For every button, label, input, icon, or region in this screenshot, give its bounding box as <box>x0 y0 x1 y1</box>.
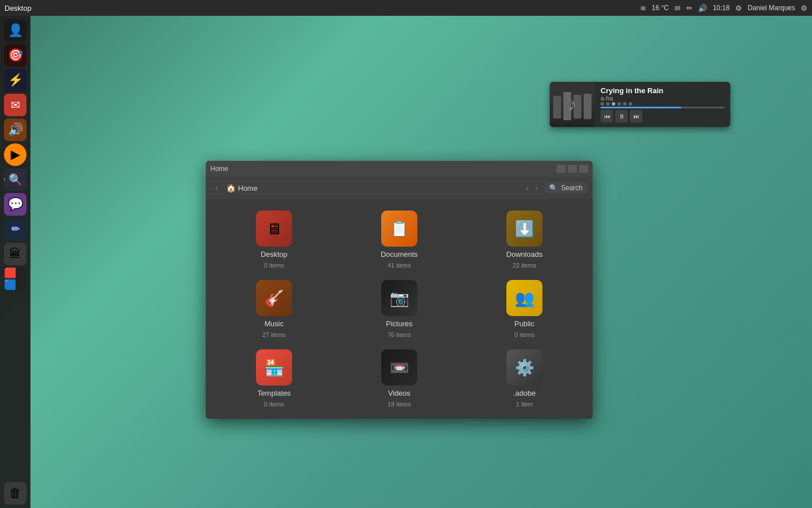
back-button[interactable]: ‹ <box>210 182 223 194</box>
breadcrumb: 🏠 Home <box>226 183 520 192</box>
dot-6 <box>629 102 632 106</box>
file-grid: Desktop 0 items Documents 41 items Downl… <box>206 199 593 419</box>
folder-name-videos: Videos <box>388 389 411 397</box>
desktop-panel-label: Desktop <box>5 4 32 12</box>
dot-1 <box>601 102 604 106</box>
top-panel: Desktop ≋ 16 °C ✉ ✏ 🔊 10:18 ⚙ Daniel Mar… <box>0 0 812 16</box>
folder-count-desktop: 0 items <box>264 262 284 269</box>
search-icon: 🔍 <box>549 184 558 192</box>
folder-documents[interactable]: Documents 41 items <box>342 211 456 269</box>
folder-name-adobe: .adobe <box>513 389 536 397</box>
dot-3 <box>612 102 615 106</box>
music-player-widget: Crying in the Rain a-ha ⏮ ⏸ ⏭ <box>550 82 730 127</box>
folder-name-pictures: Pictures <box>386 319 413 328</box>
song-artist: a-ha <box>601 95 725 102</box>
progress-fill <box>601 107 681 108</box>
folder-icon-adobe <box>506 349 542 386</box>
folder-icon-videos <box>381 349 417 386</box>
dock-item-ts[interactable]: ✏ <box>4 218 27 240</box>
folder-name-downloads: Downloads <box>506 250 542 259</box>
pause-button[interactable]: ⏸ <box>615 110 628 122</box>
folder-name-public: Public <box>514 319 534 328</box>
folder-name-desktop: Desktop <box>261 250 288 259</box>
home-icon: 🏠 <box>226 183 236 192</box>
folder-icon-desktop <box>256 211 292 247</box>
folder-name-music: Music <box>264 319 284 328</box>
dock-item-purple[interactable]: 💬 <box>4 193 27 216</box>
mail-icon: ✉ <box>674 4 681 12</box>
toolbar: ‹ 🏠 Home ‹ › 🔍 Search <box>206 177 593 199</box>
clock: 10:18 <box>713 4 730 12</box>
folder-name-templates: Templates <box>257 389 290 397</box>
nav-forward-arrow[interactable]: › <box>533 182 540 194</box>
folder-count-pictures: 76 items <box>387 331 411 338</box>
dock-item-gmail[interactable]: ✉ <box>4 94 27 116</box>
dock-item-speaker[interactable]: 🔊 <box>4 119 27 141</box>
dock-item-silhouette[interactable]: 👤 <box>4 19 27 42</box>
volume-icon: 🔊 <box>698 4 707 12</box>
folder-icon-templates <box>256 349 292 386</box>
dock-item-bank[interactable]: 🏛 <box>4 243 27 265</box>
dock-item-lightning[interactable]: ⚡ <box>4 69 27 91</box>
folder-name-documents: Documents <box>381 250 418 259</box>
dock-item-search[interactable]: 🔍 <box>4 168 27 191</box>
folder-desktop[interactable]: Desktop 0 items <box>217 211 331 269</box>
dock-item-red[interactable]: 🎯 <box>4 44 27 67</box>
folder-count-videos: 19 items <box>387 401 411 408</box>
window-title: Home <box>210 165 228 173</box>
dock-item-vlc[interactable]: ▶ <box>4 143 27 166</box>
dock-item-trash[interactable]: 🗑 <box>4 482 27 505</box>
folder-count-downloads: 22 items <box>513 262 536 269</box>
panel-left: Desktop <box>5 4 32 12</box>
album-art <box>550 82 595 127</box>
titlebar: Home <box>206 161 593 177</box>
folder-adobe[interactable]: .adobe 1 item <box>467 349 581 408</box>
song-title: Crying in the Rain <box>601 86 725 95</box>
folder-public[interactable]: Public 0 items <box>467 280 581 338</box>
temperature: 16 °C <box>652 4 669 12</box>
nav-buttons: ‹ › <box>524 182 540 194</box>
screenshot-icon: ✏ <box>686 4 692 12</box>
folder-count-templates: 0 items <box>264 401 284 408</box>
music-info-panel: Crying in the Rain a-ha ⏮ ⏸ ⏭ <box>595 82 730 127</box>
folder-pictures[interactable]: Pictures 76 items <box>342 280 456 338</box>
location-label: Home <box>238 184 258 192</box>
music-controls: ⏮ ⏸ ⏭ <box>601 110 725 122</box>
settings-icon: ⚙ <box>801 4 807 12</box>
folder-count-music: 27 items <box>262 331 286 338</box>
search-label: Search <box>561 184 582 192</box>
folder-icon-music <box>256 280 292 316</box>
folder-count-documents: 41 items <box>387 262 411 269</box>
dot-5 <box>623 102 626 106</box>
folder-videos[interactable]: Videos 19 items <box>342 349 456 408</box>
maximize-button[interactable] <box>568 165 577 173</box>
folder-downloads[interactable]: Downloads 22 items <box>467 211 581 269</box>
gear-icon: ⚙ <box>735 4 742 12</box>
folder-icon-public <box>506 280 542 316</box>
dot-2 <box>606 102 610 106</box>
wifi-icon: ≋ <box>640 4 646 12</box>
progress-bar[interactable] <box>601 107 725 108</box>
track-dots <box>601 102 725 106</box>
dot-4 <box>617 102 621 106</box>
folder-count-public: 0 items <box>514 331 534 338</box>
close-button[interactable] <box>579 165 588 173</box>
panel-right: ≋ 16 °C ✉ ✏ 🔊 10:18 ⚙ Daniel Marques ⚙ <box>640 4 807 12</box>
folder-icon-pictures <box>381 280 417 316</box>
search-bar[interactable]: 🔍 Search <box>544 182 588 194</box>
username: Daniel Marques <box>748 4 795 12</box>
folder-icon-downloads <box>506 211 542 247</box>
window-controls <box>557 165 588 173</box>
dock-item-colored[interactable]: 🟥🟦 <box>4 268 27 290</box>
folder-count-adobe: 1 item <box>516 401 533 408</box>
file-manager-window: Home ‹ 🏠 Home ‹ › 🔍 Search Desktop 0 ite… <box>206 161 593 419</box>
dock: 👤 🎯 ⚡ ✉ 🔊 ▶ 🔍 💬 ✏ 🏛 🟥🟦 🗑 <box>0 16 30 508</box>
next-button[interactable]: ⏭ <box>630 110 642 122</box>
folder-templates[interactable]: Templates 0 items <box>217 349 331 408</box>
folder-icon-documents <box>381 211 417 247</box>
prev-button[interactable]: ⏮ <box>601 110 613 122</box>
album-art-image <box>550 82 595 127</box>
folder-music[interactable]: Music 27 items <box>217 280 331 338</box>
minimize-button[interactable] <box>557 165 566 173</box>
nav-back-arrow[interactable]: ‹ <box>524 182 531 194</box>
